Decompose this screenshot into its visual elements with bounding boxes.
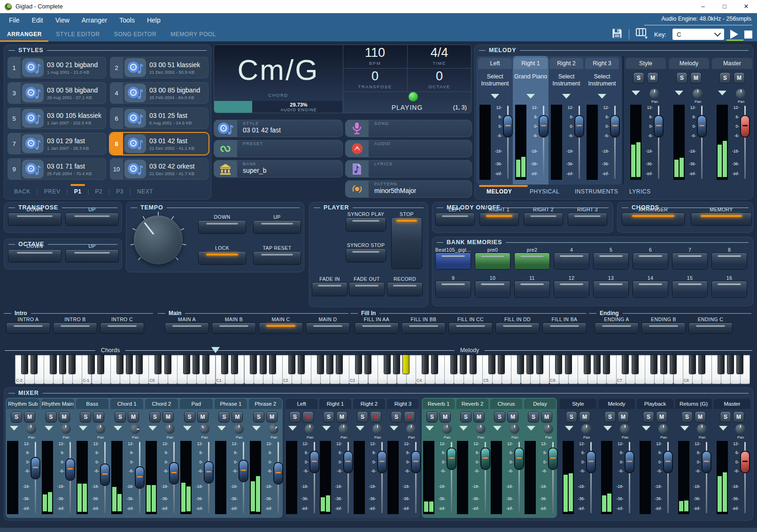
dropdown-triangle-icon[interactable] bbox=[45, 426, 53, 431]
section-intro-b-button[interactable] bbox=[54, 323, 97, 333]
pan-knob[interactable] bbox=[305, 424, 315, 434]
channel-header-pad[interactable]: Pad bbox=[180, 399, 213, 409]
black-key[interactable] bbox=[250, 355, 256, 374]
mute-button[interactable]: M bbox=[267, 412, 277, 422]
black-key[interactable] bbox=[69, 355, 75, 374]
octave-down-button[interactable] bbox=[8, 250, 61, 262]
section-main-a-button[interactable] bbox=[165, 323, 209, 333]
mute-button[interactable]: M bbox=[404, 412, 415, 422]
channel-header-bass[interactable]: Bass bbox=[76, 399, 109, 409]
section-main-b-button[interactable] bbox=[212, 323, 255, 333]
dropdown-triangle-icon[interactable] bbox=[719, 426, 727, 431]
section-fill-in-dd-button[interactable] bbox=[496, 323, 539, 333]
section-intro-c-button[interactable] bbox=[100, 323, 144, 333]
chords-arranger-button[interactable] bbox=[622, 213, 684, 225]
bank-memory-pre0[interactable] bbox=[475, 253, 510, 269]
transpose-up-button[interactable] bbox=[66, 213, 118, 225]
close-button[interactable]: ✕ bbox=[735, 0, 757, 13]
black-key[interactable] bbox=[537, 355, 543, 374]
dropdown-triangle-icon[interactable] bbox=[675, 91, 683, 95]
pan-knob[interactable] bbox=[735, 424, 745, 434]
channel-header-phrase-1[interactable]: Phrase 1 bbox=[215, 399, 247, 409]
tab-arranger[interactable]: ARRANGER bbox=[7, 31, 42, 38]
solo-button[interactable]: S bbox=[682, 412, 692, 422]
pan-knob[interactable] bbox=[339, 424, 348, 434]
mute-button[interactable]: M bbox=[508, 412, 518, 422]
fader-handle[interactable] bbox=[515, 448, 523, 469]
black-key[interactable] bbox=[451, 355, 457, 374]
mute-button[interactable]: M bbox=[734, 412, 744, 422]
bank-memory-12[interactable] bbox=[554, 281, 589, 297]
dropdown-triangle-icon[interactable] bbox=[114, 426, 122, 431]
fader-handle[interactable] bbox=[66, 459, 74, 480]
solo-button[interactable]: S bbox=[427, 412, 437, 422]
style-item[interactable]: 403 00 85 bigband25 Feb 2004 - 84.0 KB bbox=[110, 82, 209, 104]
solo-button[interactable]: S bbox=[461, 412, 471, 422]
section-fill-in-cc-button[interactable] bbox=[449, 323, 492, 333]
melody-onoff-left-button[interactable] bbox=[436, 213, 474, 225]
style-item[interactable]: 203 00 51 klassiek21 Dec 2002 - 50.9 KB bbox=[110, 57, 209, 78]
melody-part-header-right-3[interactable]: Right 3 bbox=[585, 58, 619, 69]
black-key[interactable] bbox=[527, 355, 533, 374]
dropdown-triangle-icon[interactable] bbox=[526, 94, 535, 99]
solo-button[interactable]: S bbox=[391, 412, 402, 422]
fade-in-button[interactable] bbox=[312, 283, 347, 296]
black-key[interactable] bbox=[422, 355, 428, 374]
dropdown-triangle-icon[interactable] bbox=[425, 426, 434, 431]
channel-header-chord-1[interactable]: Chord 1 bbox=[110, 399, 143, 409]
dropdown-triangle-icon[interactable] bbox=[562, 94, 571, 99]
black-key[interactable] bbox=[432, 355, 438, 374]
pan-knob[interactable] bbox=[372, 424, 382, 434]
dropdown-triangle-icon[interactable] bbox=[217, 426, 226, 431]
solo-button[interactable]: S bbox=[80, 412, 91, 422]
fader-handle[interactable] bbox=[626, 452, 633, 472]
black-key[interactable] bbox=[651, 355, 657, 374]
black-key[interactable] bbox=[22, 355, 28, 374]
pan-knob[interactable] bbox=[406, 424, 416, 434]
solo-button[interactable]: S bbox=[633, 73, 644, 83]
pan-knob[interactable] bbox=[543, 424, 553, 434]
solo-button[interactable]: S bbox=[494, 412, 505, 422]
black-key[interactable] bbox=[60, 355, 66, 374]
octave-up-button[interactable] bbox=[66, 250, 118, 262]
syncro-stop-button[interactable] bbox=[346, 249, 386, 262]
section-main-c-button[interactable] bbox=[259, 323, 302, 333]
bank-memory-16[interactable] bbox=[712, 281, 747, 297]
dropdown-triangle-icon[interactable] bbox=[459, 426, 468, 431]
instrument-selector-left[interactable]: Select Instrument bbox=[478, 71, 512, 95]
bank-memory-beat105-gigl[interactable] bbox=[436, 253, 471, 269]
field-lyrics[interactable]: LYRICS bbox=[345, 160, 472, 177]
melody-part-header-right-2[interactable]: Right 2 bbox=[549, 58, 583, 69]
instrument-selector-right-3[interactable]: Select Instrument bbox=[585, 71, 619, 95]
mute-button[interactable]: M bbox=[618, 412, 628, 422]
solo-button[interactable]: S bbox=[605, 412, 615, 422]
pan-knob[interactable] bbox=[697, 424, 707, 434]
bank-memory-9[interactable] bbox=[436, 281, 471, 297]
black-key[interactable] bbox=[670, 355, 676, 374]
syncro-play-button[interactable] bbox=[346, 218, 386, 231]
instrument-selector-right-2[interactable]: Select Instrument bbox=[549, 71, 583, 95]
fader-handle[interactable] bbox=[481, 448, 489, 469]
bank-memory-10[interactable] bbox=[475, 281, 510, 297]
black-key[interactable] bbox=[336, 355, 342, 374]
section-ending-c-button[interactable] bbox=[689, 323, 732, 333]
pan-knob[interactable] bbox=[269, 424, 278, 434]
pager-next[interactable]: NEXT bbox=[137, 188, 153, 195]
fader-handle[interactable] bbox=[31, 458, 39, 478]
black-key[interactable] bbox=[289, 355, 295, 374]
field-pattern[interactable]: PATTERNminor5thMajor bbox=[345, 180, 472, 198]
solo-button[interactable]: S bbox=[720, 73, 730, 83]
black-key[interactable] bbox=[355, 355, 362, 374]
menu-item-edit[interactable]: Edit bbox=[26, 16, 49, 24]
melody-part-header-left[interactable]: Left bbox=[478, 58, 512, 69]
melody-onoff-right-2-button[interactable] bbox=[524, 213, 563, 225]
black-key[interactable] bbox=[384, 355, 390, 374]
fader-handle[interactable] bbox=[611, 116, 619, 137]
mute-button[interactable]: M bbox=[303, 412, 313, 422]
pan-knob[interactable] bbox=[234, 424, 244, 434]
transpose-down-button[interactable] bbox=[8, 213, 61, 225]
menu-item-tools[interactable]: Tools bbox=[113, 16, 141, 24]
fader-handle[interactable] bbox=[575, 116, 583, 137]
key-select[interactable]: C bbox=[672, 29, 724, 40]
black-key[interactable] bbox=[203, 355, 209, 374]
